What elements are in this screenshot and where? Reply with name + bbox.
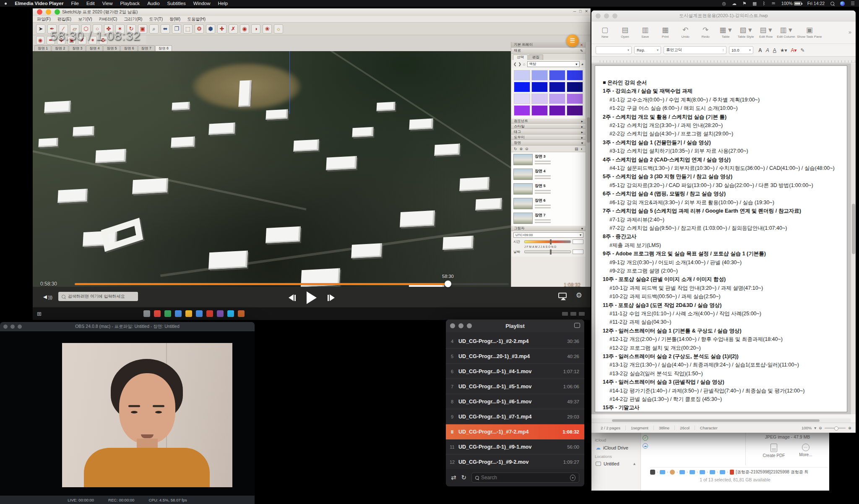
tool-icon[interactable]: ❐ [172,24,181,34]
tool-icon[interactable]: ✚ [217,24,226,34]
airplay-icon[interactable] [558,293,567,298]
hwp-traffic-lights[interactable] [596,13,617,18]
hwp-page[interactable]: ■ 온라인 강의 순서1주 - 강의소개 / 실습 및 재택수업 과제#1-1강… [595,65,847,412]
color-swatch[interactable] [567,105,583,116]
obs-traffic-lights[interactable] [3,325,22,329]
play-button[interactable] [307,291,317,304]
hwp-toolbar-button[interactable]: ↶ Undo [676,26,695,39]
win-minimize-icon[interactable]: ─ [573,9,576,13]
details-icon[interactable]: ◐ [581,147,583,151]
tool-icon[interactable]: ⬚ [183,24,193,34]
volume-icon[interactable]: ◄))) [42,293,52,300]
obs-status-icon[interactable]: ◎ [722,1,726,6]
color-swatch[interactable] [514,82,530,92]
battery-indicator[interactable]: 100% [781,1,802,6]
playlist-row[interactable]: 11 UD_CG-Progr...0-1)_#9-1.mov 56:00 [446,439,584,455]
color-swatch[interactable] [531,105,548,116]
color-swatch[interactable] [567,82,583,92]
tray-section-bar[interactable]: 스타일 ▸ [511,124,586,129]
seek-track[interactable]: 58:30 [75,283,509,285]
font-size-combo[interactable]: 10.0▾ [729,46,753,54]
tool-icon[interactable]: ⌕ [149,24,159,34]
taskbar-app-icon[interactable] [238,310,245,317]
menubar-menu-item[interactable]: Audio [147,1,159,6]
eject-icon[interactable]: ▲ [633,462,636,466]
apple-icon[interactable]: ● [4,0,7,6]
add-scene-icon[interactable]: ⊕ [520,147,523,151]
crumb-folder-icon[interactable] [690,470,695,474]
scene-list-item[interactable]: 장면 6 [511,196,586,211]
menubar-app-name[interactable]: Elmedia Video Player [15,1,63,6]
taskbar-app-icon[interactable] [154,310,161,317]
playlist-row[interactable]: 6 UD_CG-Progr...0-1)_#4-1.mov 1:07:12 [446,364,584,379]
crumb-file-icon[interactable] [730,470,734,475]
tool-icon[interactable]: ⬌ [161,24,170,34]
more-button[interactable]: ⋯ More... [799,444,812,458]
menubar-menu-item[interactable]: Edit [86,1,95,6]
minimize-button[interactable] [46,9,51,15]
pip-icon[interactable] [574,323,580,328]
color-swatch[interactable] [514,105,530,116]
tray-section-bar[interactable]: 태그 ▸ [511,129,586,135]
sketchup-menu-item[interactable]: 보기(V) [78,16,92,22]
keyboard-icon[interactable]: ▦ [752,1,757,6]
menubar-menu-item[interactable]: File [71,1,79,6]
tray-close-icon[interactable]: ✕ [580,43,583,47]
menubar-menu-item[interactable]: Subtitles [167,1,186,6]
scene-tab[interactable]: 장면 8 [155,45,172,51]
next-button[interactable] [328,294,335,301]
materials-tab[interactable]: 선택 [513,55,528,60]
crumb-folder-icon[interactable] [660,470,665,474]
color-swatch[interactable] [549,105,565,116]
previous-button[interactable] [289,294,296,301]
style-combo[interactable]: ▾ [596,46,632,54]
scene-tab[interactable]: 장면 7 [138,45,155,51]
crumb-disk-icon[interactable] [650,470,655,475]
tray-section-bar[interactable]: 도우미 ▸ [511,135,586,140]
playlist-row[interactable]: 8 UD_CG-Progr...0-1)_#6-1.mov 49:37 [446,394,584,409]
tool-icon[interactable]: ◉ [240,24,249,34]
playlist-row[interactable]: 5 UD_CG-Progr...20-1)_#3.mp4 40:26 [446,349,584,364]
sidebar-item-icloud-drive[interactable]: ☁ iCloud Drive [595,444,637,452]
taskbar-app-icon[interactable] [164,310,171,317]
taskbar-app-icon[interactable] [217,310,224,317]
sketchup-menu-item[interactable]: 창(W) [169,16,180,22]
zoom-out-icon[interactable]: ⊖ [819,426,822,430]
date-field[interactable] [573,249,583,254]
win-maximize-icon[interactable]: □ [579,9,581,13]
toolbar-overflow-icon[interactable]: » [849,29,851,35]
scene-tab[interactable]: 장면 5 [103,45,120,51]
create-pdf-button[interactable]: Create PDF [763,444,785,458]
hwp-toolbar-button[interactable]: ▢ New [596,26,614,39]
color-swatch[interactable] [567,70,583,81]
highlight-button[interactable]: ★▾ [780,47,787,53]
eyedropper-icon[interactable]: ✎ [580,49,583,53]
breadcrumb-file-name[interactable]: [권형준-21925998]21925998 권형준 최 [736,469,808,475]
tray-scrollbar[interactable] [586,42,591,287]
zoom-slider[interactable] [825,428,846,429]
tray-section-bar[interactable]: 컴포넌트 ▸ [511,118,586,124]
taskbar-app-icon[interactable] [196,310,203,317]
tool-icon[interactable]: ◑ [251,24,260,34]
color-swatch[interactable] [531,70,548,81]
playlist-row[interactable]: 7 UD_CG-Progr...0-1)_#5-1.mov 1:06:06 [446,379,584,394]
crumb-folder-icon[interactable] [720,470,725,474]
search-input[interactable] [481,475,567,481]
crumb-folder-icon[interactable] [710,470,715,474]
playlist-row[interactable]: 12 UD_CG-Progr...-1)_#9-2.mov 1:09:27 [446,455,584,469]
recorder-menu-button[interactable]: ☰ [566,34,579,47]
menubar-menu-item[interactable]: Window [193,1,211,6]
taskbar-app-icon[interactable] [227,310,234,317]
repeat-icon[interactable]: ↻ [461,474,467,481]
taskbar-app-icon[interactable] [185,310,192,317]
hwp-toolbar-button[interactable]: ▤ ▾ Edit Row [757,26,775,39]
menubar-menu-item[interactable]: Help [218,1,228,6]
pen-button[interactable]: ✎ [801,47,805,53]
playlist-row[interactable]: 4 UD_CG-Progr...-1)_#2-2.mp4 30:36 [446,334,584,349]
paint-icon[interactable]: ◕ [581,62,583,66]
sketchup-menu-item[interactable]: 파일(F) [37,16,51,22]
forward-arrow-icon[interactable]: ❯ [518,62,522,66]
crumb-folder-icon[interactable] [679,470,685,474]
window-traffic-lights[interactable] [37,9,60,15]
zoom-button[interactable] [55,9,60,15]
